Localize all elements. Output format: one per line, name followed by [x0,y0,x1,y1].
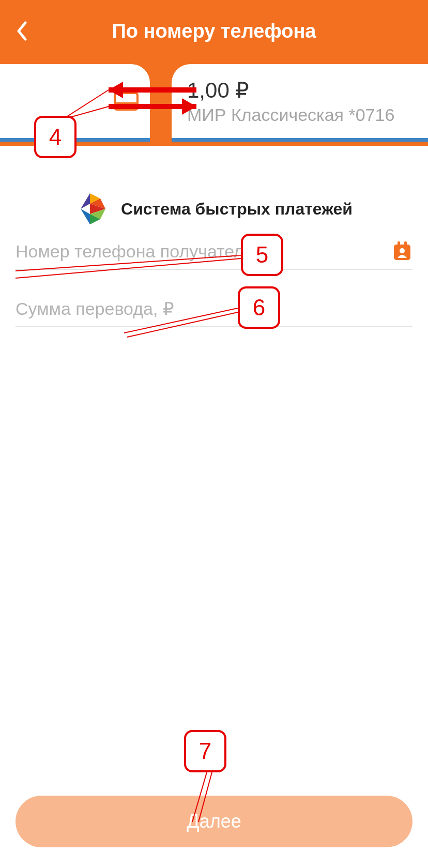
svg-marker-0 [81,193,90,209]
sbp-row: Система быстрых платежей [0,190,428,227]
amount-field[interactable] [16,285,412,327]
chevron-left-icon [16,21,27,41]
svg-marker-6 [81,209,90,224]
card-selector[interactable]: 1,00 ₽ МИР Классическая *0716 [0,62,428,146]
svg-rect-8 [398,241,400,247]
callout-7: 7 [184,730,226,772]
phone-input[interactable] [16,241,392,262]
header: По номеру телефона [0,0,428,62]
sbp-logo-icon [75,190,108,227]
card-current[interactable]: 1,00 ₽ МИР Классическая *0716 [172,64,428,142]
contacts-icon [393,241,411,261]
phone-field[interactable] [16,227,412,270]
card-icon [114,92,139,111]
next-button-label: Далее [187,811,241,832]
svg-rect-9 [404,241,407,247]
amount-input[interactable] [16,299,412,319]
back-button[interactable] [10,20,33,42]
page-title: По номеру телефона [0,20,428,42]
next-button[interactable]: Далее [16,796,412,847]
svg-point-10 [400,248,405,253]
card-prev[interactable] [0,64,150,142]
card-name: МИР Классическая *0716 [187,105,428,125]
card-balance: 1,00 ₽ [187,78,428,103]
sbp-label: Система быстрых платежей [121,200,353,219]
contacts-button[interactable] [392,241,412,262]
